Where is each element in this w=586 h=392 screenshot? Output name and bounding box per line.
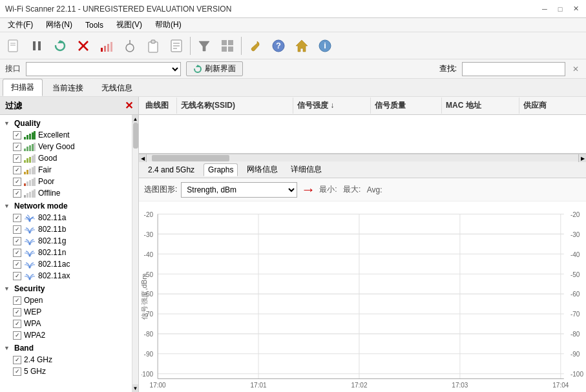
filter-item-poor[interactable]: ✓ Poor <box>0 176 132 187</box>
filter-section-band-header[interactable]: ▼ Band <box>0 342 132 354</box>
filter-section-security-header[interactable]: ▼ Security <box>0 283 132 294</box>
check-80211ax[interactable]: ✓ <box>13 272 21 280</box>
graph-tab-details[interactable]: 详细信息 <box>287 163 326 176</box>
minimize-button[interactable]: ─ <box>539 4 550 14</box>
toolbar-help[interactable]: ? <box>267 35 289 57</box>
scrollbar-thumb[interactable] <box>133 123 138 149</box>
graph-tab-graphs[interactable]: Graphs <box>204 163 238 176</box>
col-mac[interactable]: MAC 地址 <box>442 98 519 114</box>
maximize-button[interactable]: □ <box>555 4 565 14</box>
tab-scanner[interactable]: 扫描器 <box>3 79 43 96</box>
scrollbar-h-thumb[interactable] <box>152 155 229 161</box>
table-scrollbar-horizontal[interactable]: ◀ ▶ <box>139 154 586 161</box>
menu-tools[interactable]: Tools <box>80 19 109 31</box>
svg-rect-22 <box>228 40 233 45</box>
col-vendor[interactable]: 供应商 <box>519 98 583 114</box>
min-label-text: 最小: <box>319 185 337 194</box>
check-good[interactable]: ✓ <box>13 154 21 163</box>
check-24ghz[interactable]: ✓ <box>13 356 21 364</box>
filter-item-verygood[interactable]: ✓ Very Good <box>0 141 132 152</box>
svg-rect-9 <box>104 46 106 52</box>
toolbar-signal[interactable] <box>96 35 118 57</box>
menu-help[interactable]: 帮助(H) <box>150 18 187 32</box>
filter-item-24ghz[interactable]: ✓ 2.4 GHz <box>0 354 132 366</box>
toolbar-scroll[interactable] <box>165 35 187 57</box>
col-graph[interactable]: 曲线图 <box>141 98 177 114</box>
toolbar-filter[interactable] <box>193 35 215 57</box>
toolbar-grid[interactable] <box>216 35 238 57</box>
filter-open-label: Open <box>24 296 43 305</box>
check-80211ac[interactable]: ✓ <box>13 260 21 269</box>
col-signal-strength[interactable]: 信号强度 ↓ <box>293 98 371 114</box>
toolbar-antenna[interactable] <box>119 35 141 57</box>
filter-item-80211ax[interactable]: ✓ 802.11ax <box>0 270 132 282</box>
filter-item-wpa2[interactable]: ✓ WPA2 <box>0 329 132 341</box>
filter-section-networkmode-header[interactable]: ▼ Network mode <box>0 200 132 212</box>
check-fair[interactable]: ✓ <box>13 166 21 174</box>
check-80211b[interactable]: ✓ <box>13 225 21 234</box>
col-ssid[interactable]: 无线名称(SSID) <box>177 98 293 114</box>
graph-tab-24and5[interactable]: 2.4 and 5Ghz <box>144 164 198 176</box>
menu-file[interactable]: 文件(F) <box>3 18 38 32</box>
check-open[interactable]: ✓ <box>13 296 21 305</box>
refresh-button[interactable]: 刷新界面 <box>186 61 243 76</box>
toolbar-pause[interactable] <box>26 35 48 57</box>
filter-item-fair[interactable]: ✓ Fair <box>0 164 132 176</box>
check-80211a[interactable]: ✓ <box>13 214 21 222</box>
filter-scrollbar[interactable]: ▲ ▼ <box>132 115 138 392</box>
search-clear-button[interactable]: ✕ <box>570 65 581 74</box>
menu-view[interactable]: 视图(V) <box>111 18 147 32</box>
check-wep[interactable]: ✓ <box>13 308 21 316</box>
svg-rect-40 <box>34 143 36 151</box>
filter-section-quality-header[interactable]: ▼ Quality <box>0 118 132 129</box>
toolbar-clipboard[interactable] <box>142 35 164 57</box>
menu-network[interactable]: 网络(N) <box>41 18 78 32</box>
window-controls: ─ □ ✕ <box>539 4 581 14</box>
toolbar-new[interactable] <box>3 35 25 57</box>
toolbar-info[interactable]: i <box>314 35 336 57</box>
graph-tab-networkinfo[interactable]: 网络信息 <box>243 163 282 176</box>
filter-item-80211b[interactable]: ✓ 802.11b <box>0 223 132 235</box>
interface-select[interactable] <box>26 62 181 76</box>
search-input[interactable] <box>462 62 565 76</box>
toolbar-refresh[interactable] <box>49 35 71 57</box>
tab-current-connection[interactable]: 当前连接 <box>44 79 92 96</box>
graph-min-label: 最小: <box>319 184 339 195</box>
tab-wireless-info[interactable]: 无线信息 <box>93 79 141 96</box>
filter-close-button[interactable]: ✕ <box>125 99 133 112</box>
filter-item-wpa[interactable]: ✓ WPA <box>0 318 132 329</box>
graph-type-select[interactable]: Strength, dBmQualityNoiseSNR <box>181 182 297 198</box>
scrollbar-right-button[interactable]: ▶ <box>578 154 586 162</box>
toolbar-home[interactable] <box>291 35 313 57</box>
check-5ghz[interactable]: ✓ <box>13 367 21 376</box>
filter-item-wep[interactable]: ✓ WEP <box>0 306 132 318</box>
filter-item-open[interactable]: ✓ Open <box>0 294 132 306</box>
svg-rect-42 <box>26 158 28 163</box>
svg-text:17:00: 17:00 <box>150 380 166 389</box>
check-wpa2[interactable]: ✓ <box>13 331 21 340</box>
close-button[interactable]: ✕ <box>570 4 581 14</box>
filter-item-80211ac[interactable]: ✓ 802.11ac <box>0 258 132 270</box>
check-excellent[interactable]: ✓ <box>13 131 21 139</box>
check-80211n[interactable]: ✓ <box>13 249 21 257</box>
toolbar-wrench[interactable] <box>244 35 266 57</box>
filter-item-80211n[interactable]: ✓ 802.11n <box>0 247 132 258</box>
check-verygood[interactable]: ✓ <box>13 143 21 151</box>
svg-text:17:01: 17:01 <box>250 380 266 389</box>
scrollbar-down-button[interactable]: ▼ <box>132 384 138 392</box>
svg-text:-80: -80 <box>570 330 580 338</box>
scrollbar-left-button[interactable]: ◀ <box>139 154 147 162</box>
filter-item-80211a[interactable]: ✓ 802.11a <box>0 212 132 223</box>
filter-item-good[interactable]: ✓ Good <box>0 152 132 164</box>
check-poor[interactable]: ✓ <box>13 178 21 186</box>
filter-item-80211g[interactable]: ✓ 802.11g <box>0 235 132 247</box>
col-signal-quality[interactable]: 信号质量 <box>371 98 442 114</box>
check-offline[interactable]: ✓ <box>13 189 21 198</box>
scrollbar-up-button[interactable]: ▲ <box>132 115 138 123</box>
filter-item-excellent[interactable]: ✓ Excellent <box>0 129 132 141</box>
check-80211g[interactable]: ✓ <box>13 237 21 245</box>
filter-item-offline[interactable]: ✓ Offline <box>0 187 132 199</box>
toolbar-stop[interactable] <box>72 35 94 57</box>
filter-item-5ghz[interactable]: ✓ 5 GHz <box>0 366 132 377</box>
check-wpa[interactable]: ✓ <box>13 320 21 328</box>
